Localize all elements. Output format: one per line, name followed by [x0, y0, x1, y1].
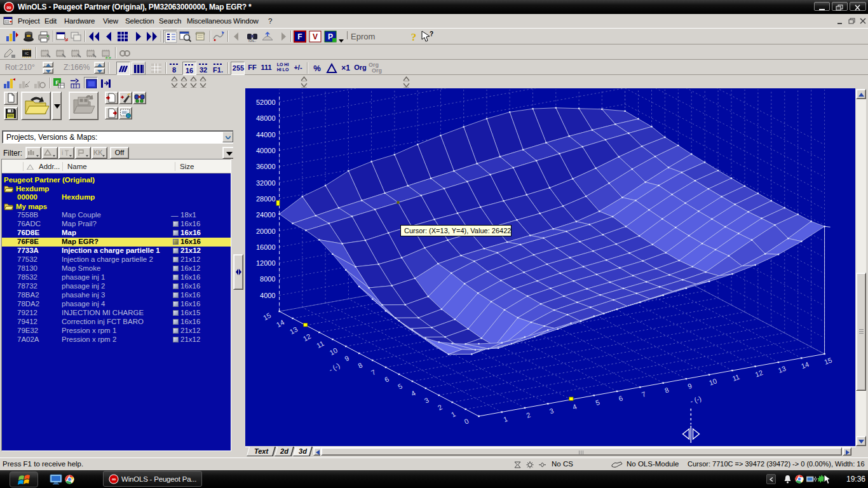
- svg-text:F1.: F1.: [213, 66, 223, 74]
- svg-text:4000: 4000: [260, 292, 275, 299]
- svg-text:∞: ∞: [112, 476, 116, 482]
- svg-text:36000: 36000: [256, 163, 276, 170]
- svg-text:?: ?: [430, 30, 433, 37]
- svg-text:V: V: [313, 32, 318, 41]
- svg-text:IOIL..: IOIL..: [248, 39, 256, 43]
- svg-text:32000: 32000: [256, 179, 276, 187]
- svg-text:12000: 12000: [256, 259, 276, 267]
- svg-text:44000: 44000: [256, 131, 276, 139]
- svg-text:P: P: [328, 32, 333, 41]
- svg-text:52000: 52000: [256, 98, 276, 106]
- svg-text:32: 32: [200, 66, 207, 74]
- svg-text:?: ?: [411, 31, 417, 43]
- svg-text:IC: IC: [25, 51, 29, 55]
- svg-text:16000: 16000: [256, 243, 276, 251]
- svg-text:20000: 20000: [256, 227, 276, 235]
- svg-text:Cursor: (X=13, Y=4), Value: 26: Cursor: (X=13, Y=4), Value: 26422: [404, 227, 511, 234]
- svg-text:F: F: [297, 32, 302, 41]
- svg-text:∞: ∞: [6, 4, 11, 11]
- svg-text:24000: 24000: [256, 211, 276, 219]
- svg-text:8: 8: [172, 66, 176, 74]
- svg-text:#-#: #-#: [105, 56, 111, 60]
- svg-text:i: i: [62, 149, 63, 156]
- svg-text:40000: 40000: [256, 147, 276, 154]
- svg-text:28000: 28000: [256, 195, 276, 203]
- svg-text:48000: 48000: [256, 114, 276, 122]
- svg-text:8000: 8000: [260, 275, 275, 283]
- svg-text:16: 16: [186, 67, 193, 74]
- svg-text:KK: KK: [93, 149, 103, 156]
